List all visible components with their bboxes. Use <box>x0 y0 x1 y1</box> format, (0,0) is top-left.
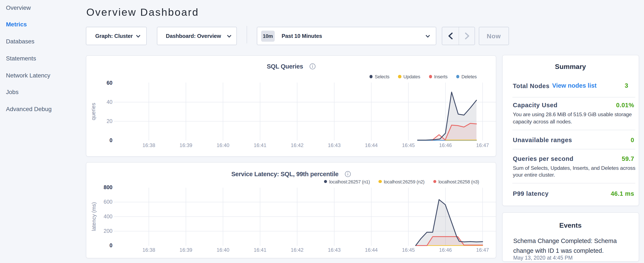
svg-text:16:44: 16:44 <box>365 247 378 253</box>
svg-text:40: 40 <box>106 99 112 105</box>
svg-text:16:43: 16:43 <box>328 142 340 148</box>
svg-text:latency (ms): latency (ms) <box>91 202 97 231</box>
svg-text:16:44: 16:44 <box>365 142 378 148</box>
svg-text:16:47: 16:47 <box>476 247 489 253</box>
svg-text:60: 60 <box>106 80 112 86</box>
svg-text:400: 400 <box>104 213 112 219</box>
svg-text:16:47: 16:47 <box>476 142 489 148</box>
svg-text:16:45: 16:45 <box>402 247 415 253</box>
svg-text:16:41: 16:41 <box>254 247 266 253</box>
svg-text:16:43: 16:43 <box>328 247 340 253</box>
svg-text:16:39: 16:39 <box>180 247 192 253</box>
svg-text:16:38: 16:38 <box>142 247 155 253</box>
svg-text:16:40: 16:40 <box>217 142 230 148</box>
svg-text:16:38: 16:38 <box>142 142 155 148</box>
svg-text:16:40: 16:40 <box>217 247 230 253</box>
svg-text:16:45: 16:45 <box>402 142 415 148</box>
svg-text:16:46: 16:46 <box>439 142 452 148</box>
svg-text:16:41: 16:41 <box>254 142 266 148</box>
svg-text:200: 200 <box>104 228 112 234</box>
svg-text:16:39: 16:39 <box>180 142 192 148</box>
svg-text:0: 0 <box>110 242 112 248</box>
svg-text:16:46: 16:46 <box>439 247 452 253</box>
svg-text:800: 800 <box>104 184 112 190</box>
svg-text:queries: queries <box>90 103 96 120</box>
svg-text:0: 0 <box>110 137 112 143</box>
svg-text:600: 600 <box>104 199 112 205</box>
svg-text:20: 20 <box>106 118 112 124</box>
svg-text:16:42: 16:42 <box>291 247 304 253</box>
svg-text:16:42: 16:42 <box>291 142 304 148</box>
